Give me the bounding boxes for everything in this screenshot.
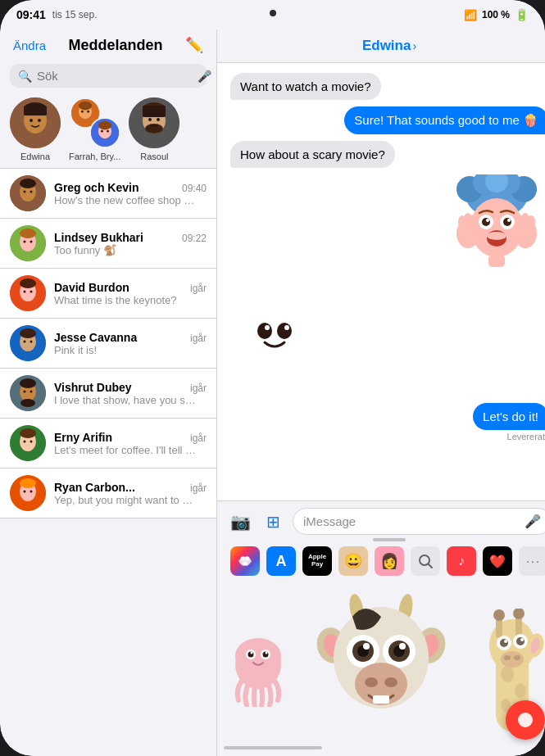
msg-time: igår xyxy=(190,383,207,394)
record-button[interactable] xyxy=(506,700,545,740)
avatar-edwina xyxy=(10,97,61,148)
msg-avatar-ryan xyxy=(10,475,46,511)
mic-icon[interactable]: 🎤 xyxy=(198,70,211,83)
message-item[interactable]: Greg och Kevin 09:40 How's the new coffe… xyxy=(0,168,216,219)
search-icon: 🔍 xyxy=(18,70,32,83)
svg-point-56 xyxy=(20,478,36,488)
svg-point-36 xyxy=(24,291,26,293)
sender-name: Vishrut Dubey xyxy=(54,381,132,394)
svg-point-78 xyxy=(470,215,478,228)
svg-point-41 xyxy=(24,341,26,343)
camera-button[interactable]: 📷 xyxy=(227,509,253,535)
svg-rect-3 xyxy=(24,106,47,115)
msg-preview: Pink it is! xyxy=(54,344,198,356)
tray-search-button[interactable] xyxy=(411,546,440,576)
pinned-contact-edwina-name: Edwina xyxy=(20,152,50,161)
animoji-cow[interactable] xyxy=(307,592,455,748)
search-bar[interactable]: 🔍 🎤 xyxy=(10,64,207,88)
tray-appstore-button[interactable]: A xyxy=(266,546,296,576)
svg-point-73 xyxy=(487,232,506,240)
msg-content-lindsey: Lindsey Bukhari 09:22 Too funny 🐒 xyxy=(54,231,207,256)
svg-point-93 xyxy=(246,557,250,561)
message-input-field[interactable]: iMessage 🎤 xyxy=(293,508,545,535)
tray-memoji2-button[interactable]: 👩 xyxy=(375,546,404,576)
message-item[interactable]: Erny Arifin igår Let's meet for coffee. … xyxy=(0,419,216,469)
msg-time: 09:40 xyxy=(182,183,207,194)
tray-heart-button[interactable]: ❤️ xyxy=(483,546,512,576)
chat-header: Edwina › xyxy=(217,29,545,63)
sender-name: Greg och Kevin xyxy=(54,181,139,194)
svg-point-35 xyxy=(20,278,36,288)
msg-avatar-vishrut xyxy=(10,375,46,411)
svg-point-26 xyxy=(24,191,26,193)
tray-pay-button[interactable]: ApplePay xyxy=(302,546,332,576)
scroll-indicator xyxy=(373,538,406,541)
msg-content-jesse: Jesse Cavanna igår Pink it is! xyxy=(54,331,207,356)
audio-input-icon[interactable]: 🎤 xyxy=(525,514,541,529)
pinned-contact-rasoul[interactable]: Rasoul xyxy=(129,97,179,161)
svg-point-70 xyxy=(486,219,489,222)
tray-more-button[interactable]: ··· xyxy=(519,546,545,576)
tray-music-button[interactable]: ♪ xyxy=(447,546,476,576)
pinned-contact-edwina[interactable]: Edwina xyxy=(10,97,61,161)
svg-point-22 xyxy=(157,118,160,121)
message-item[interactable]: David Burdon igår What time is the keyno… xyxy=(0,269,216,319)
apps-button[interactable]: ⊞ xyxy=(260,509,286,535)
sidebar-header: Ändra Meddelanden ✏️ xyxy=(0,29,216,61)
msg-preview: Let's meet for coffee. I'll tell you all… xyxy=(54,444,198,456)
sender-name: David Burdon xyxy=(54,281,129,294)
svg-point-31 xyxy=(24,241,26,243)
delivered-label: Levererat xyxy=(507,432,545,441)
chat-contact-name[interactable]: Edwina xyxy=(362,38,411,54)
input-row: 📷 ⊞ iMessage 🎤 xyxy=(227,508,545,535)
svg-point-85 xyxy=(257,323,272,339)
msg-preview: Too funny 🐒 xyxy=(54,244,198,256)
messages-area: Want to watch a movie? Sure! That sounds… xyxy=(217,63,545,500)
msg-avatar-lindsey xyxy=(10,225,46,261)
msg-avatar-david xyxy=(10,275,46,311)
message-item[interactable]: Lindsey Bukhari 09:22 Too funny 🐒 xyxy=(0,219,216,269)
camera-dot xyxy=(270,10,276,16)
battery-label: 100 % xyxy=(482,9,510,20)
svg-point-121 xyxy=(365,677,378,687)
battery-icon: 🔋 xyxy=(515,8,529,21)
animoji-octopus[interactable] xyxy=(225,633,291,707)
svg-point-42 xyxy=(30,341,33,343)
search-input[interactable] xyxy=(37,69,193,83)
tray-photos-button[interactable] xyxy=(230,546,260,576)
svg-point-69 xyxy=(503,218,511,226)
message-item[interactable]: Vishrut Dubey igår I love that show, hav… xyxy=(0,369,216,419)
msg-time: igår xyxy=(190,482,207,494)
msg-avatar-erny xyxy=(10,425,46,461)
svg-point-4 xyxy=(30,119,33,122)
svg-rect-123 xyxy=(373,695,389,704)
svg-point-58 xyxy=(30,491,33,493)
sidebar-title: Meddelanden xyxy=(69,37,163,54)
tray-memoji1-button[interactable]: 😀 xyxy=(338,546,368,576)
sender-name: Erny Arifin xyxy=(54,431,112,444)
sender-name: Jesse Cavanna xyxy=(54,331,137,344)
svg-point-68 xyxy=(482,218,490,226)
message-item[interactable]: Ryan Carbon... igår Yep, but you might w… xyxy=(0,469,216,518)
svg-point-130 xyxy=(501,666,514,682)
svg-point-104 xyxy=(266,652,268,654)
sender-name: Lindsey Bukhari xyxy=(54,231,143,244)
svg-point-5 xyxy=(38,119,41,122)
sender-name: Ryan Carbon... xyxy=(54,481,135,494)
chat-panel: Edwina › Want to watch a movie? Sure! Th… xyxy=(217,29,545,756)
svg-point-46 xyxy=(24,391,26,393)
compose-icon[interactable]: ✏️ xyxy=(185,36,203,54)
svg-point-9 xyxy=(81,111,84,113)
svg-point-51 xyxy=(20,428,36,438)
svg-point-129 xyxy=(513,609,525,619)
pinned-contact-farrah-name: Farrah, Bry... xyxy=(69,152,120,161)
edit-button[interactable]: Ändra xyxy=(13,38,46,52)
svg-rect-82 xyxy=(488,255,505,267)
message-item[interactable]: Jesse Cavanna igår Pink it is! xyxy=(0,319,216,369)
svg-point-48 xyxy=(20,399,35,407)
bubble-scary: How about a scary movie? xyxy=(230,141,395,168)
svg-point-32 xyxy=(30,241,33,243)
pinned-contact-farrah[interactable]: Farrah, Bry... xyxy=(69,97,120,161)
svg-point-45 xyxy=(20,378,36,388)
svg-point-136 xyxy=(516,637,525,645)
